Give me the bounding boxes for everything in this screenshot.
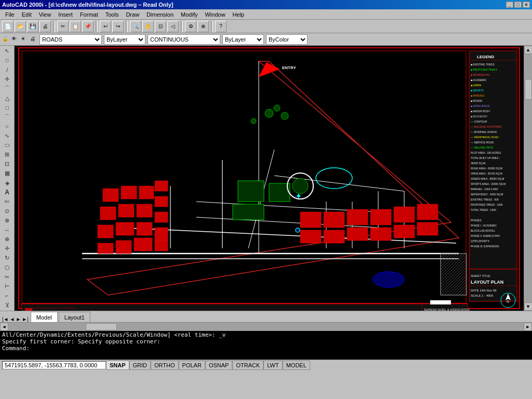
menu-modify[interactable]: Modify (178, 10, 201, 19)
otrack-button[interactable]: OTRACK (232, 361, 263, 370)
menu-view[interactable]: View (36, 10, 55, 19)
svg-rect-82 (370, 228, 391, 241)
tool-hatch[interactable]: ▦ (2, 169, 13, 178)
svg-text:■ ROADS: ■ ROADS (471, 99, 483, 102)
svg-text:PLOT AREA : 100 ACRES: PLOT AREA : 100 ACRES (471, 151, 501, 154)
svg-text:■ PARKING: ■ PARKING (471, 94, 485, 97)
zoom-prev-button[interactable]: ◁ (167, 21, 179, 32)
scroll-thumb[interactable] (525, 79, 532, 100)
menu-tools[interactable]: Tools (102, 10, 122, 19)
tab-scroll-left[interactable]: |◄ (2, 316, 9, 322)
tab-scroll-right[interactable]: ► (16, 316, 21, 322)
tool-spline[interactable]: ∿ (2, 131, 13, 140)
tool-rotate[interactable]: ↻ (2, 254, 13, 262)
scroll-right-button[interactable]: ► (524, 323, 532, 331)
open-button[interactable]: 📂 (15, 21, 26, 32)
tool-block[interactable]: ⊡ (2, 159, 13, 168)
lock-icon: 🔒 (2, 36, 9, 43)
tool-insert[interactable]: ⊞ (2, 150, 13, 159)
tool-polygon[interactable]: △ (2, 94, 13, 103)
print-button[interactable]: 🖨 (39, 21, 51, 32)
color-dropdown[interactable]: ByColor (266, 34, 308, 45)
snap-button[interactable]: SNAP (106, 361, 129, 370)
tool-select[interactable]: ↖ (2, 47, 13, 56)
menu-file[interactable]: File (2, 10, 18, 19)
tab-model[interactable]: Model (31, 312, 58, 322)
tool-xline[interactable]: ✛ (2, 75, 13, 84)
tool-move[interactable]: ✛ (2, 244, 13, 253)
horizontal-scrollbar[interactable]: ◄ ► (0, 322, 532, 330)
osnap-button[interactable]: OSNAP (205, 361, 233, 370)
pan-realtime-button[interactable]: ✋ (142, 21, 154, 32)
tool-extend[interactable]: ⊢ (2, 282, 13, 291)
tool-explode[interactable]: ⊻ (2, 301, 13, 310)
tab-scroll-left2[interactable]: ◄ (10, 316, 15, 322)
grid-button[interactable]: GRID (129, 361, 151, 370)
lwt-button[interactable]: LWT (263, 361, 282, 370)
tool-arc[interactable]: ⌒ (2, 113, 13, 122)
tool-mirror[interactable]: ⊗ (2, 216, 13, 225)
tool-trim[interactable]: ✂ (2, 273, 13, 282)
linetype-dropdown[interactable]: CONTINUOUS (148, 34, 220, 45)
menu-insert[interactable]: Insert (55, 10, 76, 19)
scroll-down-button[interactable]: ▼ (524, 302, 533, 311)
zoom-window-button[interactable]: ⊡ (155, 21, 166, 32)
color-by-layer-dropdown[interactable]: ByLayer (104, 34, 145, 45)
tool-rect[interactable]: □ (2, 103, 13, 112)
redo-button[interactable]: ↪ (112, 21, 124, 32)
tab-layout1[interactable]: Layout1 (59, 312, 90, 322)
tool-scale[interactable]: ⬡ (2, 263, 13, 272)
minimize-button[interactable]: _ (506, 2, 513, 8)
close-button[interactable]: × (523, 2, 530, 8)
drawing-area[interactable]: LEGEND ■ EXISTING TREES ■ PROPOSED TREES… (15, 46, 524, 311)
model-button[interactable]: MODEL (283, 361, 310, 370)
zoom-realtime-button[interactable]: 🔍 (130, 21, 141, 32)
restore-button[interactable]: □ (514, 2, 522, 8)
tool-region[interactable]: ◈ (2, 179, 13, 188)
tool-polyline[interactable]: ⌒ (2, 84, 13, 93)
undo-button[interactable]: ↩ (100, 21, 111, 32)
svg-rect-68 (155, 181, 168, 191)
menu-draw[interactable]: Draw (123, 10, 142, 19)
title-bar-controls[interactable]: _ □ × (506, 2, 530, 8)
cut-button[interactable]: ✂ (57, 21, 69, 32)
paste-button[interactable]: 📌 (82, 21, 94, 32)
properties-button[interactable]: ⚙ (185, 21, 196, 32)
tool-text[interactable]: A (2, 188, 13, 197)
h-scroll-thumb[interactable] (86, 323, 117, 330)
title-bar: AutoCAD 2000i - [d:\cd\new delhi\final-l… (0, 0, 532, 9)
match-properties-button[interactable]: ⊕ (197, 21, 209, 32)
copy-button[interactable]: 📋 (70, 21, 81, 32)
tool-circle[interactable]: ○ (2, 122, 13, 131)
menu-help[interactable]: Help (230, 10, 248, 19)
tool-offset[interactable]: ↔ (2, 225, 13, 234)
tool-line[interactable]: / (2, 65, 13, 74)
print2-icon: 🖨 (30, 36, 37, 43)
help-button[interactable]: ? (215, 21, 227, 32)
save-button[interactable]: 💾 (27, 21, 38, 32)
menu-dimension[interactable]: Dimension (143, 10, 177, 19)
scroll-up-button[interactable]: ▲ (524, 46, 533, 54)
svg-rect-87 (233, 204, 264, 220)
scroll-left-button[interactable]: ◄ (0, 323, 8, 331)
ltscale-dropdown[interactable]: ByLayer (222, 34, 264, 45)
tool-fillet[interactable]: ⌐ (2, 291, 13, 300)
h-scroll-track[interactable] (8, 323, 524, 331)
new-button[interactable]: 📄 (2, 21, 14, 32)
scroll-track[interactable] (524, 54, 533, 302)
polar-button[interactable]: POLAR (179, 361, 205, 370)
tool-copy2[interactable]: ⊙ (2, 207, 13, 216)
layer-dropdown[interactable]: ROADS (39, 34, 102, 45)
separator-1 (53, 21, 55, 32)
tool-array[interactable]: ⊕ (2, 235, 13, 244)
tool-ellipse[interactable]: ⬭ (2, 141, 13, 150)
ortho-button[interactable]: ORTHO (151, 361, 179, 370)
menu-format[interactable]: Format (77, 10, 101, 19)
tool-erase[interactable]: ✄ (2, 197, 13, 206)
menu-window[interactable]: Window (202, 10, 228, 19)
vertical-scrollbar[interactable]: ▲ ▼ (524, 46, 532, 311)
tab-scroll-right2[interactable]: ►| (22, 316, 29, 322)
svg-rect-77 (394, 207, 415, 222)
menu-edit[interactable]: Edit (19, 10, 35, 19)
tool-select2[interactable]: ⬡ (2, 56, 13, 65)
